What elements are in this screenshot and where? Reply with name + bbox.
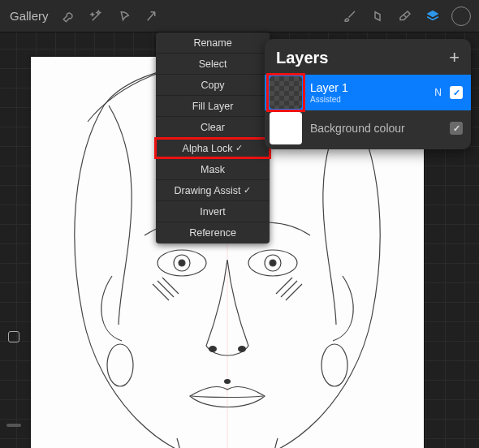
menu-label: Drawing Assist [175, 185, 241, 196]
menu-label: Copy [201, 80, 224, 91]
layer-thumbnail[interactable] [270, 112, 302, 144]
visibility-checkbox[interactable]: ✓ [450, 86, 463, 99]
rail-top-slot[interactable] [6, 235, 21, 250]
menu-mask[interactable]: Mask [156, 159, 270, 180]
top-toolbar: Gallery [0, 0, 479, 32]
check-icon: ✓ [235, 143, 243, 153]
layer-subtitle: Assisted [310, 95, 434, 104]
svg-point-9 [209, 346, 217, 352]
wrench-icon[interactable] [57, 4, 81, 28]
rail-square-button[interactable] [8, 331, 19, 342]
visibility-checkbox[interactable]: ✓ [450, 122, 463, 135]
menu-select[interactable]: Select [156, 54, 270, 75]
layers-title: Layers [276, 49, 329, 67]
menu-label: Rename [193, 37, 231, 49]
check-icon: ✓ [244, 185, 251, 196]
menu-invert[interactable]: Invert [156, 201, 270, 222]
left-rail [6, 235, 21, 427]
layer-row[interactable]: Layer 1 Assisted N ✓ [265, 75, 471, 110]
blend-mode-indicator[interactable]: N [434, 87, 442, 98]
rail-bottom-slot[interactable] [6, 424, 21, 427]
menu-label: Alpha Lock [183, 143, 233, 154]
color-picker-icon[interactable] [451, 6, 471, 26]
menu-label: Clear [201, 122, 225, 133]
svg-point-10 [238, 346, 246, 352]
menu-reference[interactable]: Reference [156, 222, 270, 243]
menu-label: Reference [189, 227, 236, 239]
layers-panel: Layers + Layer 1 Assisted N ✓ Background… [265, 39, 471, 149]
add-layer-button[interactable]: + [449, 47, 460, 68]
layer-thumbnail[interactable] [270, 76, 302, 109]
svg-point-11 [224, 379, 231, 384]
gallery-button[interactable]: Gallery [8, 9, 54, 23]
menu-label: Mask [201, 164, 225, 175]
svg-point-2 [321, 344, 347, 386]
highlight-box [266, 73, 305, 112]
layers-icon[interactable] [421, 4, 445, 28]
layer-name: Background colour [310, 122, 450, 135]
selection-icon[interactable] [112, 4, 136, 28]
smudge-icon[interactable] [365, 4, 390, 28]
arrow-icon[interactable] [140, 4, 164, 28]
menu-label: Invert [200, 206, 225, 218]
wand-icon[interactable] [84, 4, 109, 28]
menu-label: Select [199, 58, 227, 70]
menu-fill-layer[interactable]: Fill Layer [156, 96, 270, 117]
layer-row[interactable]: Background colour ✓ [265, 110, 471, 146]
svg-point-5 [179, 260, 185, 266]
svg-point-1 [107, 344, 133, 386]
menu-copy[interactable]: Copy [156, 75, 270, 96]
svg-point-8 [270, 260, 276, 266]
menu-drawing-assist[interactable]: Drawing Assist✓ [156, 180, 270, 201]
menu-clear[interactable]: Clear [156, 117, 270, 138]
menu-alpha-lock[interactable]: Alpha Lock✓ [156, 138, 270, 159]
menu-label: Fill Layer [192, 101, 234, 112]
layer-name: Layer 1 [310, 81, 434, 94]
menu-rename[interactable]: Rename [156, 32, 270, 54]
brush-icon[interactable] [338, 4, 362, 28]
eraser-icon[interactable] [393, 4, 417, 28]
layer-context-menu: Rename Select Copy Fill Layer Clear Alph… [156, 32, 270, 243]
